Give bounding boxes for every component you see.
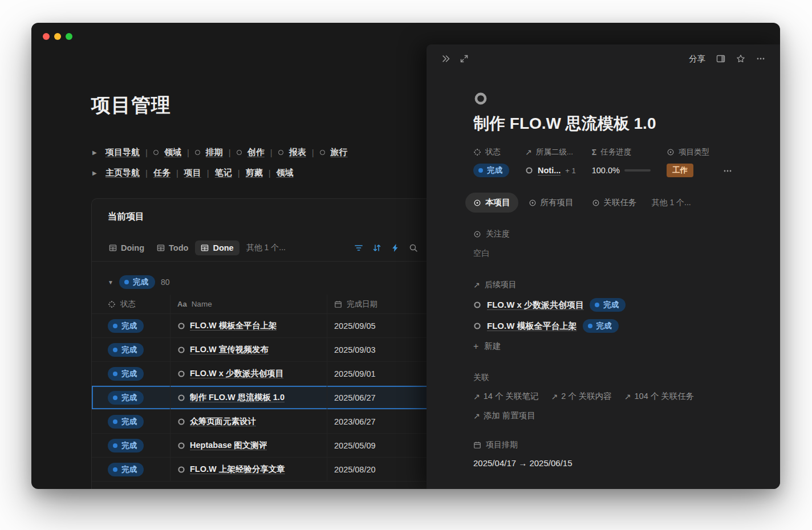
peek-tabs-more[interactable]: 其他 1 个... [652,198,691,208]
filter-icon[interactable] [354,243,363,252]
nav-link-home-nav[interactable]: 主页导航 [105,168,140,178]
view-tab-label: Todo [169,243,188,252]
page-icon[interactable] [473,91,488,106]
status-cell[interactable]: 完成 [92,362,170,385]
status-cell[interactable]: 完成 [92,410,170,433]
page-ring-icon [177,442,185,450]
status-dot-icon [113,467,117,472]
lightning-icon[interactable] [391,243,400,252]
relation-arrow-icon: ↗ [624,392,631,401]
nav-link-project-nav[interactable]: 项目导航 [105,147,140,158]
nav-link[interactable]: 创作 [247,147,265,158]
property-value-progress[interactable]: 100.0% [592,163,651,178]
page-title[interactable]: 制作 FLO.W 思流模板 1.0 [473,113,730,134]
next-project-item: FLO.W x 少数派共创项目 完成 [473,298,730,312]
next-project-link[interactable]: FLO.W x 少数派共创项目 [487,300,584,311]
nav-link[interactable]: 旅行 [331,147,348,158]
peek-toolbar: 分享 [427,44,780,73]
share-button[interactable]: 分享 [689,54,705,64]
collapse-toggle-icon[interactable]: ▶ [92,170,100,176]
name-cell[interactable]: FLO.W x 少数派共创项目 [170,362,327,385]
nav-link[interactable]: 排期 [206,147,223,158]
name-cell[interactable]: FLO.W 模板全平台上架 [170,314,327,337]
column-header-status[interactable]: 状态 [92,295,170,313]
view-tab-label: Doing [121,243,144,252]
relation-arrow-icon: ↗ [473,411,480,421]
expand-page-icon[interactable] [460,54,469,63]
property-value-parent[interactable]: Noti... + 1 [525,163,576,178]
close-window-button[interactable] [43,33,50,40]
property-label-attention[interactable]: 关注度 [473,229,730,240]
tab-related-tasks[interactable]: 关联任务 [584,193,645,213]
peek-content: 制作 FLO.W 思流模板 1.0 状态 完成 ↗ [427,91,780,468]
name-cell[interactable]: 制作 FLO.W 思流模板 1.0 [170,386,327,409]
add-predecessor-button[interactable]: ↗ 添加 前置项目 [473,410,730,421]
page-title: 项目管理 [91,92,171,119]
status-cell[interactable]: 完成 [92,434,170,457]
related-tasks-link[interactable]: ↗104 个 关联任务 [624,391,694,402]
status-cell[interactable]: 完成 [92,386,170,409]
property-value-status[interactable]: 完成 [473,163,509,178]
property-label-schedule[interactable]: 项目排期 [473,439,730,451]
tab-all-projects[interactable]: 所有项目 [521,193,582,213]
page-ring-icon [177,346,185,354]
property-label-type[interactable]: 项目类型 [667,147,709,157]
schedule-date-range[interactable]: 2025/04/17 → 2025/06/15 [473,458,730,468]
sort-icon[interactable] [372,243,381,252]
name-cell[interactable]: 众筹页面元素设计 [170,410,327,433]
parent-page-link[interactable]: Noti... [538,166,561,175]
nav-link[interactable]: 领域 [277,168,294,178]
view-tab-doing[interactable]: Doing [103,240,150,255]
more-properties-icon[interactable] [723,166,732,176]
name-cell[interactable]: Heptabase 图文测评 [170,434,327,457]
status-dot-icon [113,348,117,352]
view-tabs-more[interactable]: 其他 1 个... [241,243,291,253]
property-row: 状态 完成 ↗ 所属二级... Noti... [473,147,730,178]
tab-this-project[interactable]: 本项目 [465,193,518,213]
status-dot-icon [478,168,483,173]
next-project-link[interactable]: FLO.W 模板全平台上架 [487,321,577,332]
favorite-star-icon[interactable] [736,54,745,63]
target-icon [592,199,600,207]
progress-bar [624,169,651,172]
collapse-toggle-icon[interactable]: ▶ [92,149,100,156]
nav-link[interactable]: 项目 [184,168,201,178]
attention-empty-value[interactable]: 空白 [473,248,730,259]
side-peek-icon[interactable] [716,54,725,63]
view-tab-done[interactable]: Done [195,240,239,255]
column-header-name[interactable]: Aa Name [170,295,327,313]
minimize-window-button[interactable] [54,33,61,40]
related-notes-link[interactable]: ↗14 个 关联笔记 [473,391,538,402]
property-value-type[interactable]: 工作 [667,163,709,178]
status-cell[interactable]: 完成 [92,458,170,481]
status-badge: 完成 [590,298,626,312]
close-peek-icon[interactable] [441,54,450,63]
group-collapse-icon[interactable]: ▼ [108,279,113,286]
property-label-parent[interactable]: ↗ 所属二级... [525,147,576,157]
more-options-icon[interactable] [756,54,765,63]
zoom-window-button[interactable] [66,33,72,40]
name-cell[interactable]: FLO.W 上架经验分享文章 [170,458,327,481]
related-content-link[interactable]: ↗2 个 关联内容 [551,391,611,402]
nav-link[interactable]: 报表 [289,147,306,158]
view-tab-todo[interactable]: Todo [151,240,194,255]
relation-links-row: ↗14 个 关联笔记 ↗2 个 关联内容 ↗104 个 关联任务 [473,391,730,402]
search-icon[interactable] [409,243,418,252]
view-tab-label: Done [213,243,233,252]
nav-link[interactable]: 笔记 [215,168,232,178]
divider: | [145,148,148,157]
nav-link[interactable]: 剪藏 [246,168,263,178]
nav-link[interactable]: 领域 [164,147,181,158]
window-controls [43,33,72,40]
name-cell[interactable]: FLO.W 宣传视频发布 [170,338,327,361]
status-cell[interactable]: 完成 [92,314,170,337]
status-property-icon [473,148,481,156]
status-cell[interactable]: 完成 [92,338,170,361]
nav-link[interactable]: 任务 [153,168,170,178]
divider: | [238,168,240,178]
property-label-status[interactable]: 状态 [473,147,509,157]
property-label-progress[interactable]: Σ 任务进度 [592,147,651,157]
peek-toolbar-left [441,54,469,63]
new-item-button[interactable]: + 新建 [473,341,730,352]
property-label-next[interactable]: ↗ 后续项目 [473,279,730,291]
